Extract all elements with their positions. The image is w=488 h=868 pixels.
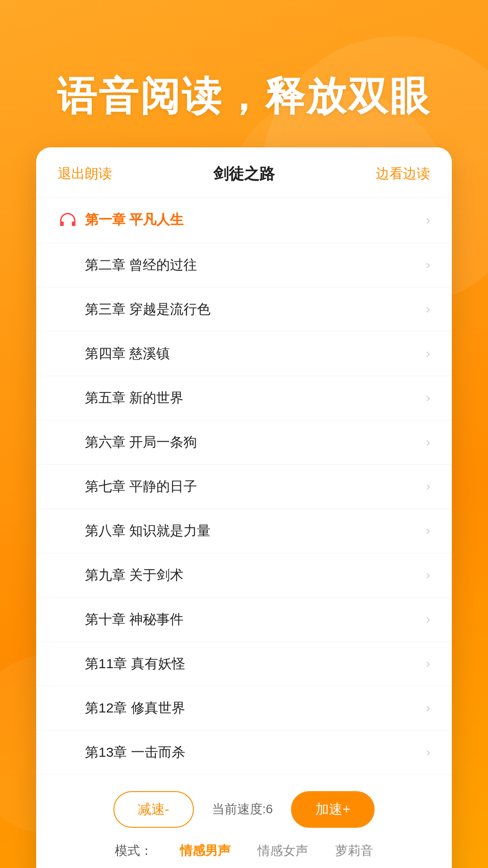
chapter-arrow-icon: ›: [426, 258, 430, 272]
hero-title: 语音阅读，释放双眼: [0, 0, 488, 147]
chapter-label: 第八章 知识就是力量: [85, 522, 211, 540]
chapter-label: 第十章 神秘事件: [85, 610, 183, 629]
chapter-arrow-icon: ›: [426, 524, 430, 538]
chapter-item[interactable]: 第八章 知识就是力量›: [36, 509, 452, 553]
chapter-list: 第一章 平凡人生›第二章 曾经的过往›第三章 穿越是流行色›第四章 慈溪镇›第五…: [36, 198, 452, 774]
chapter-item[interactable]: 第一章 平凡人生›: [36, 198, 452, 243]
chapter-label: 第五章 新的世界: [85, 389, 183, 407]
book-title: 剑徒之路: [213, 164, 275, 184]
card-header: 退出朗读 剑徒之路 边看边读: [36, 147, 452, 198]
chapter-item[interactable]: 第三章 穿越是流行色›: [36, 288, 452, 332]
chapter-arrow-icon: ›: [426, 391, 430, 405]
chapter-label: 第11章 真有妖怪: [85, 655, 185, 673]
chapter-item[interactable]: 第九章 关于剑术›: [36, 553, 452, 598]
chapter-arrow-icon: ›: [426, 435, 430, 449]
chapter-arrow-icon: ›: [426, 479, 430, 494]
chapter-item[interactable]: 第二章 曾经的过往›: [36, 243, 452, 288]
chapter-item[interactable]: 第六章 开局一条狗›: [36, 420, 452, 465]
chapter-item[interactable]: 第13章 一击而杀›: [36, 731, 452, 774]
mode-prefix-label: 模式：: [115, 842, 153, 859]
speed-controls: 减速- 当前速度:6 加速+: [58, 791, 430, 828]
chapter-label: 第二章 曾经的过往: [85, 256, 197, 274]
mode-row: 模式： 情感男声情感女声萝莉音: [58, 842, 430, 859]
chapter-item[interactable]: 第11章 真有妖怪›: [36, 642, 452, 686]
increase-speed-button[interactable]: 加速+: [291, 791, 375, 828]
chapter-item[interactable]: 第十章 神秘事件›: [36, 598, 452, 642]
current-speed-label: 当前速度:6: [212, 801, 273, 818]
modal-card: 退出朗读 剑徒之路 边看边读 第一章 平凡人生›第二章 曾经的过往›第三章 穿越…: [36, 147, 452, 868]
chapter-label: 第九章 关于剑术: [85, 566, 183, 585]
chapter-item[interactable]: 第七章 平静的日子›: [36, 465, 452, 509]
chapter-label: 第四章 慈溪镇: [85, 344, 170, 363]
chapter-arrow-icon: ›: [426, 745, 430, 760]
chapter-label: 第13章 一击而杀: [85, 743, 185, 762]
chapter-item[interactable]: 第五章 新的世界›: [36, 376, 452, 420]
mode-option[interactable]: 萝莉音: [335, 842, 373, 859]
chapter-arrow-icon: ›: [426, 213, 430, 227]
chapter-arrow-icon: ›: [426, 656, 430, 671]
chapter-label: 第12章 修真世界: [85, 699, 185, 717]
mode-option[interactable]: 情感男声: [180, 842, 230, 859]
controls-area: 减速- 当前速度:6 加速+ 模式： 情感男声情感女声萝莉音 关闭: [36, 774, 452, 868]
chapter-arrow-icon: ›: [426, 612, 430, 627]
chapter-arrow-icon: ›: [426, 701, 430, 715]
exit-reading-button[interactable]: 退出朗读: [58, 165, 112, 183]
decrease-speed-button[interactable]: 减速-: [113, 791, 194, 828]
chapter-item[interactable]: 第12章 修真世界›: [36, 686, 452, 731]
mode-option[interactable]: 情感女声: [258, 842, 308, 859]
chapter-arrow-icon: ›: [426, 568, 430, 582]
chapter-arrow-icon: ›: [426, 302, 430, 316]
chapter-label: 第六章 开局一条狗: [85, 433, 197, 452]
chapter-arrow-icon: ›: [426, 346, 430, 361]
chapter-label: 第三章 穿越是流行色: [85, 300, 211, 319]
read-along-button[interactable]: 边看边读: [376, 165, 430, 183]
headphone-icon: [58, 210, 78, 230]
chapter-item[interactable]: 第四章 慈溪镇›: [36, 332, 452, 376]
chapter-label: 第一章 平凡人生: [85, 211, 183, 229]
chapter-label: 第七章 平静的日子: [85, 477, 197, 496]
